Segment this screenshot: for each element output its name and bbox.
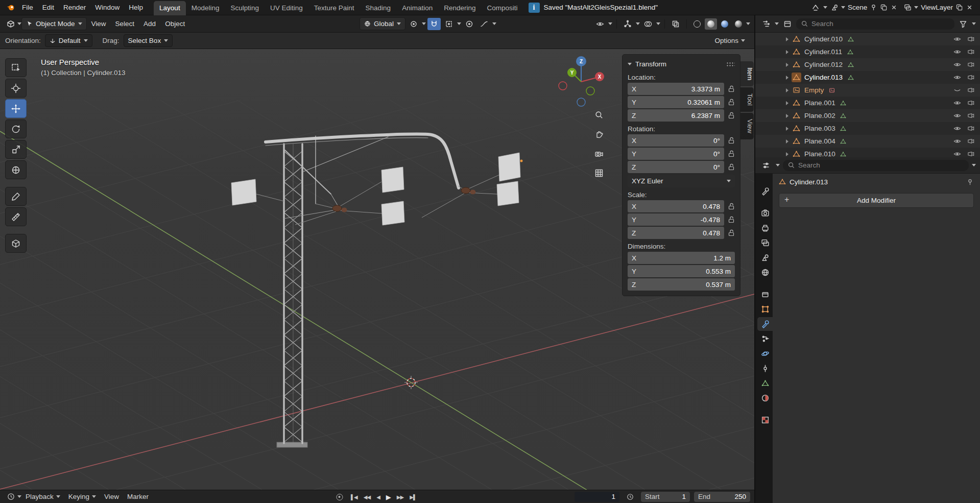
chevron-down-icon[interactable]: [636, 22, 640, 25]
preview-range-icon[interactable]: [624, 491, 637, 503]
tool-scale[interactable]: [5, 140, 27, 159]
disable-render-icon[interactable]: [967, 74, 975, 81]
collapse-arrow-icon[interactable]: [628, 63, 632, 65]
chevron-down-icon[interactable]: [823, 6, 827, 9]
object-name[interactable]: Cylinder.011: [804, 48, 842, 56]
orientation-default-dropdown[interactable]: Default: [45, 34, 92, 47]
blender-logo-icon[interactable]: [4, 2, 17, 14]
hide-eye-icon[interactable]: [953, 150, 961, 157]
display-mode-icon[interactable]: [781, 18, 794, 30]
jump-to-start-button[interactable]: ▌◀: [349, 493, 360, 501]
chevron-down-icon[interactable]: [422, 22, 426, 25]
zoom-icon[interactable]: [592, 108, 606, 122]
falloff-curve-icon[interactable]: [477, 18, 491, 30]
chevron-down-icon[interactable]: [914, 6, 918, 9]
object-name[interactable]: Cylinder.012: [804, 61, 843, 68]
lock-icon[interactable]: [728, 202, 735, 210]
tab-collection-properties[interactable]: [757, 288, 773, 301]
scene-name[interactable]: Scene: [848, 4, 867, 11]
disable-render-icon[interactable]: [967, 125, 975, 132]
tool-rotate[interactable]: [5, 119, 27, 138]
orientation-dropdown[interactable]: Global: [360, 17, 405, 30]
lock-icon[interactable]: [728, 98, 735, 106]
shading-material-button[interactable]: [719, 18, 731, 30]
add-modifier-button[interactable]: + Add Modifier: [779, 193, 974, 208]
menu-select[interactable]: Select: [111, 18, 139, 30]
lock-icon[interactable]: [728, 111, 735, 119]
lock-icon[interactable]: [728, 215, 735, 224]
menu-render[interactable]: Render: [59, 2, 90, 13]
disable-render-icon[interactable]: [967, 150, 975, 157]
menu-help[interactable]: Help: [124, 2, 148, 13]
pin-icon[interactable]: [870, 4, 877, 11]
auto-keying-toggle[interactable]: [336, 494, 343, 500]
tab-world-properties[interactable]: [757, 266, 773, 279]
play-reverse-button[interactable]: ◀: [374, 493, 382, 501]
lock-icon[interactable]: [728, 229, 735, 237]
menu-view-timeline[interactable]: View: [100, 491, 123, 502]
unlink-scene-icon[interactable]: [890, 4, 898, 11]
shading-solid-button[interactable]: [705, 18, 717, 30]
expand-icon[interactable]: [786, 127, 788, 131]
tab-physics-properties[interactable]: [757, 347, 773, 361]
outliner-row[interactable]: Cylinder.010: [755, 33, 980, 45]
dimensions-z-field[interactable]: Z0.537 m: [628, 278, 735, 291]
tool-cursor[interactable]: [5, 79, 27, 98]
tab-viewlayer-properties[interactable]: [757, 236, 773, 250]
outliner-row-empty[interactable]: Empty: [755, 84, 980, 97]
tab-tool[interactable]: Tool: [740, 87, 754, 112]
rotation-x-field[interactable]: X0°: [628, 134, 724, 147]
location-x-field[interactable]: X3.3373 m: [628, 83, 724, 95]
viewlayer-name[interactable]: ViewLayer: [921, 4, 953, 11]
navigation-gizmo[interactable]: Z Y X: [559, 56, 604, 106]
menu-marker[interactable]: Marker: [123, 491, 153, 502]
scale-z-field[interactable]: Z0.478: [628, 227, 724, 239]
tab-modifier-properties[interactable]: [757, 317, 773, 331]
object-name[interactable]: Cylinder.013: [804, 74, 843, 81]
tab-tool-properties[interactable]: [757, 184, 773, 198]
hide-eye-icon[interactable]: [953, 48, 961, 56]
outliner-search-input[interactable]: [811, 20, 950, 28]
menu-window[interactable]: Window: [90, 2, 124, 13]
expand-icon[interactable]: [786, 37, 788, 41]
chevron-down-icon[interactable]: [972, 164, 976, 166]
snap-target-icon[interactable]: [442, 18, 456, 30]
properties-search-input[interactable]: [798, 161, 964, 169]
outliner-row-active[interactable]: Cylinder.013: [755, 71, 980, 84]
next-keyframe-button[interactable]: ▶▶: [395, 493, 405, 501]
tab-item[interactable]: Item: [740, 61, 754, 86]
jump-to-end-button[interactable]: ▶▌: [408, 493, 418, 501]
outliner-row[interactable]: Cylinder.012: [755, 58, 980, 71]
object-name[interactable]: Plane.002: [804, 112, 835, 119]
object-name[interactable]: Plane.003: [804, 125, 835, 132]
proportional-editing-icon[interactable]: [463, 18, 476, 30]
new-viewlayer-icon[interactable]: [955, 4, 963, 11]
disable-render-icon[interactable]: [967, 99, 975, 107]
tab-view[interactable]: View: [740, 113, 754, 139]
expand-icon[interactable]: [786, 63, 788, 67]
viewport-canvas[interactable]: Z Y X User Perspective (1) Collection | …: [0, 49, 754, 490]
lock-icon[interactable]: [728, 136, 735, 145]
chevron-down-icon[interactable]: [741, 39, 745, 42]
breadcrumb-object-name[interactable]: Cylinder.013: [790, 178, 828, 186]
hide-eye-icon[interactable]: [953, 61, 961, 68]
current-frame-field[interactable]: 1: [575, 492, 619, 502]
remove-viewlayer-icon[interactable]: [966, 4, 973, 11]
disable-render-icon[interactable]: [967, 35, 975, 43]
outliner-search[interactable]: [796, 18, 954, 30]
expand-icon[interactable]: [786, 101, 788, 105]
tab-sculpting[interactable]: Sculpting: [225, 1, 265, 15]
chevron-down-icon[interactable]: [972, 22, 976, 25]
outliner-editor-icon[interactable]: [759, 18, 773, 30]
start-frame-field[interactable]: Start1: [641, 492, 690, 502]
tool-annotate[interactable]: [5, 187, 27, 206]
snap-magnet-icon[interactable]: [427, 18, 441, 30]
object-name[interactable]: Cylinder.010: [804, 35, 843, 43]
menu-playback[interactable]: Playback: [21, 491, 64, 502]
drag-grip-icon[interactable]: [726, 62, 735, 66]
properties-editor-icon[interactable]: [759, 159, 773, 172]
disable-render-icon[interactable]: [967, 48, 975, 56]
chevron-down-icon[interactable]: [656, 22, 660, 25]
disable-render-icon[interactable]: [967, 61, 975, 68]
scene-selector[interactable]: Scene: [828, 3, 900, 12]
